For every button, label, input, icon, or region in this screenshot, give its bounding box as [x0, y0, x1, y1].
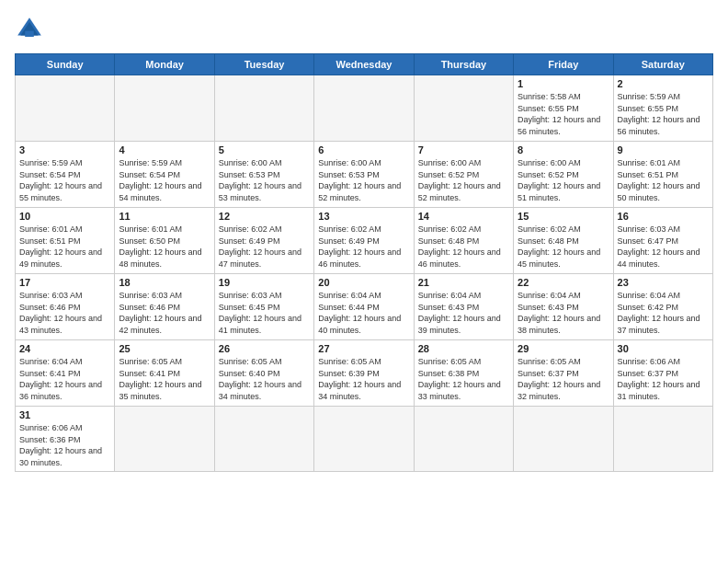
calendar-cell: 20Sunrise: 6:04 AM Sunset: 6:44 PM Dayli… [314, 274, 414, 340]
day-info: Sunrise: 6:06 AM Sunset: 6:37 PM Dayligh… [618, 356, 709, 402]
calendar-cell: 13Sunrise: 6:02 AM Sunset: 6:49 PM Dayli… [314, 208, 414, 274]
calendar-week-row: 1Sunrise: 5:58 AM Sunset: 6:55 PM Daylig… [16, 75, 713, 142]
day-info: Sunrise: 6:04 AM Sunset: 6:42 PM Dayligh… [618, 290, 709, 336]
day-info: Sunrise: 6:05 AM Sunset: 6:40 PM Dayligh… [219, 356, 310, 402]
day-number: 12 [219, 211, 310, 222]
day-number: 20 [318, 277, 409, 288]
calendar-cell: 31Sunrise: 6:06 AM Sunset: 6:36 PM Dayli… [16, 407, 115, 472]
calendar-cell: 29Sunrise: 6:05 AM Sunset: 6:37 PM Dayli… [514, 340, 613, 407]
calendar-cell: 3Sunrise: 5:59 AM Sunset: 6:54 PM Daylig… [16, 142, 115, 208]
day-info: Sunrise: 6:04 AM Sunset: 6:43 PM Dayligh… [418, 290, 509, 336]
calendar-cell: 6Sunrise: 6:00 AM Sunset: 6:53 PM Daylig… [314, 142, 414, 208]
day-number: 15 [518, 211, 609, 222]
day-info: Sunrise: 6:04 AM Sunset: 6:41 PM Dayligh… [19, 356, 110, 402]
calendar-cell [314, 407, 414, 472]
calendar-cell [414, 75, 513, 142]
calendar-cell [115, 407, 214, 472]
calendar-header-row: SundayMondayTuesdayWednesdayThursdayFrid… [16, 54, 713, 75]
calendar-cell: 9Sunrise: 6:01 AM Sunset: 6:51 PM Daylig… [613, 142, 712, 208]
calendar-cell: 5Sunrise: 6:00 AM Sunset: 6:53 PM Daylig… [214, 142, 313, 208]
day-number: 16 [618, 211, 709, 222]
day-number: 14 [418, 211, 509, 222]
calendar-cell: 22Sunrise: 6:04 AM Sunset: 6:43 PM Dayli… [514, 274, 613, 340]
calendar-cell: 8Sunrise: 6:00 AM Sunset: 6:52 PM Daylig… [514, 142, 613, 208]
day-info: Sunrise: 6:01 AM Sunset: 6:51 PM Dayligh… [618, 157, 709, 203]
calendar-cell: 15Sunrise: 6:02 AM Sunset: 6:48 PM Dayli… [514, 208, 613, 274]
calendar-cell: 23Sunrise: 6:04 AM Sunset: 6:42 PM Dayli… [613, 274, 712, 340]
calendar-cell [414, 407, 513, 472]
day-info: Sunrise: 6:05 AM Sunset: 6:38 PM Dayligh… [418, 356, 509, 402]
day-number: 28 [418, 343, 509, 354]
day-info: Sunrise: 5:59 AM Sunset: 6:54 PM Dayligh… [19, 157, 110, 203]
day-of-week-friday: Friday [514, 54, 613, 75]
day-number: 2 [618, 78, 709, 89]
calendar-cell: 2Sunrise: 5:59 AM Sunset: 6:55 PM Daylig… [613, 75, 712, 142]
calendar: SundayMondayTuesdayWednesdayThursdayFrid… [15, 53, 713, 472]
day-number: 4 [119, 144, 210, 155]
calendar-cell [214, 407, 313, 472]
header [15, 15, 713, 44]
day-info: Sunrise: 6:06 AM Sunset: 6:36 PM Dayligh… [19, 422, 110, 468]
day-number: 8 [518, 144, 609, 155]
day-number: 13 [318, 211, 409, 222]
day-info: Sunrise: 6:00 AM Sunset: 6:53 PM Dayligh… [318, 157, 409, 203]
calendar-cell: 4Sunrise: 5:59 AM Sunset: 6:54 PM Daylig… [115, 142, 214, 208]
svg-rect-2 [25, 31, 34, 37]
day-number: 6 [318, 144, 409, 155]
day-number: 3 [19, 144, 110, 155]
day-number: 25 [119, 343, 210, 354]
logo-icon [15, 15, 44, 44]
day-of-week-wednesday: Wednesday [314, 54, 414, 75]
day-number: 9 [618, 144, 709, 155]
calendar-cell [613, 407, 712, 472]
day-info: Sunrise: 6:03 AM Sunset: 6:45 PM Dayligh… [219, 290, 310, 336]
calendar-week-row: 24Sunrise: 6:04 AM Sunset: 6:41 PM Dayli… [16, 340, 713, 407]
calendar-cell: 1Sunrise: 5:58 AM Sunset: 6:55 PM Daylig… [514, 75, 613, 142]
day-number: 31 [19, 409, 110, 420]
day-number: 26 [219, 343, 310, 354]
calendar-cell: 17Sunrise: 6:03 AM Sunset: 6:46 PM Dayli… [16, 274, 115, 340]
day-info: Sunrise: 5:59 AM Sunset: 6:54 PM Dayligh… [119, 157, 210, 203]
day-of-week-sunday: Sunday [16, 54, 115, 75]
day-info: Sunrise: 6:05 AM Sunset: 6:41 PM Dayligh… [119, 356, 210, 402]
calendar-week-row: 10Sunrise: 6:01 AM Sunset: 6:51 PM Dayli… [16, 208, 713, 274]
day-info: Sunrise: 5:58 AM Sunset: 6:55 PM Dayligh… [518, 91, 609, 137]
page: SundayMondayTuesdayWednesdayThursdayFrid… [0, 0, 728, 563]
calendar-cell: 10Sunrise: 6:01 AM Sunset: 6:51 PM Dayli… [16, 208, 115, 274]
calendar-cell: 27Sunrise: 6:05 AM Sunset: 6:39 PM Dayli… [314, 340, 414, 407]
calendar-cell: 11Sunrise: 6:01 AM Sunset: 6:50 PM Dayli… [115, 208, 214, 274]
day-info: Sunrise: 6:02 AM Sunset: 6:48 PM Dayligh… [518, 224, 609, 270]
day-info: Sunrise: 6:02 AM Sunset: 6:49 PM Dayligh… [318, 224, 409, 270]
day-info: Sunrise: 6:03 AM Sunset: 6:46 PM Dayligh… [119, 290, 210, 336]
day-info: Sunrise: 6:05 AM Sunset: 6:37 PM Dayligh… [518, 356, 609, 402]
day-of-week-thursday: Thursday [414, 54, 513, 75]
day-number: 24 [19, 343, 110, 354]
day-info: Sunrise: 6:01 AM Sunset: 6:51 PM Dayligh… [19, 224, 110, 270]
day-number: 17 [19, 277, 110, 288]
day-info: Sunrise: 6:04 AM Sunset: 6:43 PM Dayligh… [518, 290, 609, 336]
day-number: 29 [518, 343, 609, 354]
day-number: 1 [518, 78, 609, 89]
calendar-cell [314, 75, 414, 142]
day-info: Sunrise: 6:00 AM Sunset: 6:52 PM Dayligh… [418, 157, 509, 203]
calendar-cell [214, 75, 313, 142]
day-number: 30 [618, 343, 709, 354]
day-number: 22 [518, 277, 609, 288]
calendar-cell: 21Sunrise: 6:04 AM Sunset: 6:43 PM Dayli… [414, 274, 513, 340]
day-info: Sunrise: 6:04 AM Sunset: 6:44 PM Dayligh… [318, 290, 409, 336]
day-number: 23 [618, 277, 709, 288]
day-info: Sunrise: 6:03 AM Sunset: 6:46 PM Dayligh… [19, 290, 110, 336]
calendar-cell: 28Sunrise: 6:05 AM Sunset: 6:38 PM Dayli… [414, 340, 513, 407]
day-number: 27 [318, 343, 409, 354]
calendar-week-row: 3Sunrise: 5:59 AM Sunset: 6:54 PM Daylig… [16, 142, 713, 208]
calendar-cell: 19Sunrise: 6:03 AM Sunset: 6:45 PM Dayli… [214, 274, 313, 340]
day-info: Sunrise: 6:02 AM Sunset: 6:49 PM Dayligh… [219, 224, 310, 270]
day-info: Sunrise: 6:00 AM Sunset: 6:52 PM Dayligh… [518, 157, 609, 203]
calendar-cell [514, 407, 613, 472]
calendar-week-row: 17Sunrise: 6:03 AM Sunset: 6:46 PM Dayli… [16, 274, 713, 340]
calendar-cell: 14Sunrise: 6:02 AM Sunset: 6:48 PM Dayli… [414, 208, 513, 274]
calendar-cell: 24Sunrise: 6:04 AM Sunset: 6:41 PM Dayli… [16, 340, 115, 407]
day-number: 11 [119, 211, 210, 222]
day-info: Sunrise: 6:02 AM Sunset: 6:48 PM Dayligh… [418, 224, 509, 270]
calendar-cell [115, 75, 214, 142]
